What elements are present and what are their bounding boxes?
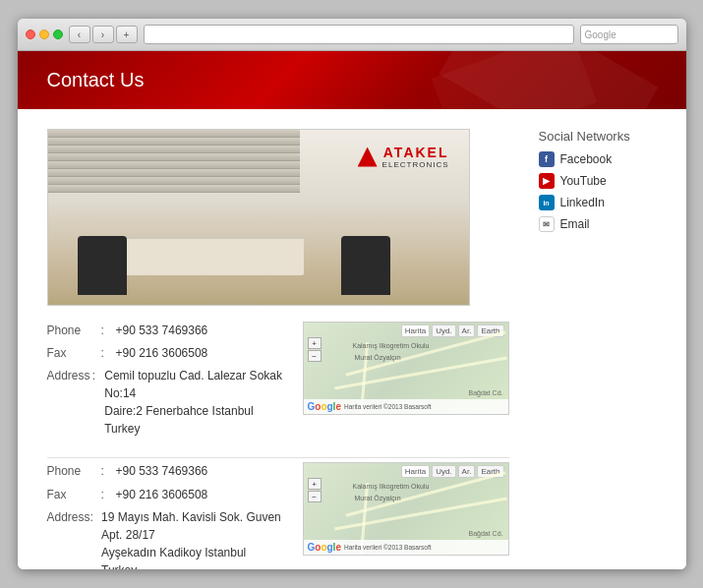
back-button[interactable]: ‹ — [69, 26, 90, 43]
nav-buttons: ‹ › + — [69, 26, 138, 43]
page-header: Contact Us — [18, 51, 686, 109]
map-2[interactable]: Harita Uyd. Ar. Earth + − — [303, 462, 509, 556]
office-chair-left — [78, 236, 127, 295]
youtube-icon: ▶ — [539, 173, 555, 189]
social-networks-title: Social Networks — [539, 129, 657, 144]
map-tab-ar-2[interactable]: Ar. — [458, 465, 476, 478]
fax-row-2: Fax : +90 216 3606508 — [47, 486, 283, 504]
phone-row-1: Phone : +90 533 7469366 — [47, 322, 283, 340]
social-networks-section: Social Networks f Facebook ▶ YouTube in … — [539, 129, 657, 232]
map-zoom-out-1[interactable]: − — [308, 350, 322, 362]
map-zoom-out-2[interactable]: − — [308, 491, 322, 502]
forward-button[interactable]: › — [92, 26, 114, 43]
social-item-facebook[interactable]: f Facebook — [539, 151, 657, 167]
map-footer-2: Google Harita verileri ©2013 Basarsoft — [304, 540, 508, 555]
facebook-icon: f — [539, 151, 555, 167]
contact-info-2: Phone : +90 533 7469366 Fax : +90 216 36… — [47, 462, 283, 569]
address-row-1: Address : Cemil topuzlu Cad. Lalezar Sok… — [47, 367, 283, 438]
left-column: ATAKEL ELECTRONICS Phone : +90 5 — [47, 129, 509, 569]
traffic-lights — [26, 29, 63, 39]
minimize-button[interactable] — [39, 29, 49, 39]
contact-block-2: Phone : +90 533 7469366 Fax : +90 216 36… — [47, 462, 509, 569]
map-tab-harita-2[interactable]: Harita — [401, 465, 430, 478]
map-tab-harita-1[interactable]: Harita — [401, 324, 430, 337]
contact-info-1: Phone : +90 533 7469366 Fax : +90 216 36… — [47, 322, 283, 441]
window-blinds — [48, 130, 301, 253]
social-item-youtube[interactable]: ▶ YouTube — [539, 173, 657, 189]
map-zoom-in-2[interactable]: + — [308, 478, 322, 490]
page-title: Contact Us — [47, 69, 657, 91]
browser-chrome: ‹ › + Google — [18, 19, 686, 51]
search-bar: Google — [580, 25, 678, 44]
linkedin-icon: in — [539, 195, 555, 210]
address-bar[interactable] — [144, 25, 574, 44]
map-tab-uyd-1[interactable]: Uyd. — [432, 324, 455, 337]
browser-window: ‹ › + Google Contact Us — [18, 19, 686, 569]
right-column: Social Networks f Facebook ▶ YouTube in … — [539, 129, 657, 569]
contact-block-1: Phone : +90 533 7469366 Fax : +90 216 36… — [47, 322, 509, 441]
linkedin-label: LinkedIn — [560, 196, 605, 209]
map-1[interactable]: Harita Uyd. Ar. Earth + − — [303, 322, 509, 415]
close-button[interactable] — [26, 29, 35, 39]
map-tab-uyd-2[interactable]: Uyd. — [432, 465, 455, 478]
map-controls-2: + − — [308, 478, 322, 502]
maximize-button[interactable] — [53, 29, 63, 39]
brand-logo-in-image: ATAKEL ELECTRONICS — [358, 145, 449, 169]
social-item-email[interactable]: ✉ Email — [539, 216, 657, 232]
office-chair-right — [341, 236, 390, 295]
phone-row-2: Phone : +90 533 7469366 — [47, 462, 283, 481]
map-road-2b — [334, 498, 507, 531]
map-inner-2: Harita Uyd. Ar. Earth + − — [304, 463, 508, 555]
email-label: Email — [560, 217, 590, 231]
office-background: ATAKEL ELECTRONICS — [48, 130, 469, 305]
section-divider — [47, 457, 509, 458]
email-icon: ✉ — [539, 216, 555, 232]
map-tab-ar-1[interactable]: Ar. — [458, 324, 476, 337]
main-area: ATAKEL ELECTRONICS Phone : +90 5 — [47, 129, 657, 569]
map-road-1b — [334, 357, 507, 390]
map-controls-1: + − — [308, 337, 322, 362]
fax-row-1: Fax : +90 216 3606508 — [47, 344, 283, 363]
page-content: ATAKEL ELECTRONICS Phone : +90 5 — [18, 109, 686, 569]
facebook-label: Facebook — [560, 152, 613, 166]
new-tab-button[interactable]: + — [116, 26, 138, 43]
youtube-label: YouTube — [560, 174, 607, 188]
map-footer-1: Google Harita verileri ©2013 Basarsoft — [304, 399, 508, 414]
address-row-2: Address : 19 Mayıs Mah. Kavisli Sok. Guv… — [47, 508, 283, 569]
social-item-linkedin[interactable]: in LinkedIn — [539, 195, 657, 210]
map-zoom-in-1[interactable]: + — [308, 337, 322, 349]
map-inner-1: Harita Uyd. Ar. Earth + − — [304, 323, 508, 414]
office-desk — [107, 236, 304, 275]
office-image: ATAKEL ELECTRONICS — [47, 129, 470, 306]
